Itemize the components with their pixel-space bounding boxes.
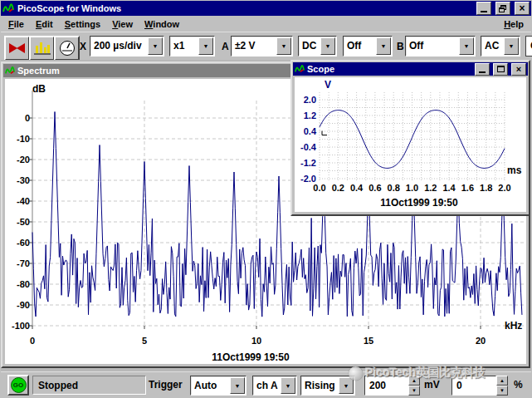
svg-text:-40: -40 <box>17 196 30 206</box>
svg-text:-1.2: -1.2 <box>300 158 316 168</box>
minimize-icon <box>479 71 486 73</box>
dropdown-arrow-icon: ▼ <box>230 377 245 394</box>
close-button[interactable]: × <box>515 2 530 15</box>
scope-close-button[interactable]: × <box>511 63 526 76</box>
trigger-channel-select[interactable]: ch A ▼ <box>252 376 297 396</box>
svg-text:kHz: kHz <box>505 320 522 332</box>
statusbar: GO Stopped Trigger Auto ▼ ch A ▼ Rising … <box>1 371 531 397</box>
app-icon[interactable] <box>2 2 14 14</box>
svg-text:dB: dB <box>32 83 46 95</box>
svg-text:0.4: 0.4 <box>304 126 317 136</box>
dropdown-arrow-icon: ▼ <box>276 37 291 55</box>
svg-text:2.0: 2.0 <box>498 183 510 193</box>
svg-text:0: 0 <box>25 113 30 123</box>
svg-text:15: 15 <box>364 336 373 346</box>
svg-text:V: V <box>325 79 331 91</box>
svg-text:11Oct1999 19:50: 11Oct1999 19:50 <box>212 351 290 363</box>
close-icon: × <box>519 4 525 12</box>
spinner-up-icon[interactable]: ▲ <box>496 376 508 386</box>
scope-view-button[interactable] <box>4 36 30 61</box>
svg-text:-80: -80 <box>17 279 30 289</box>
svg-text:10: 10 <box>251 336 261 346</box>
dropdown-arrow-icon: ▼ <box>459 37 474 55</box>
meter-view-button[interactable] <box>54 36 80 61</box>
minimize-icon <box>481 11 487 12</box>
status-field: Stopped <box>32 376 146 395</box>
dropdown-arrow-icon: ▼ <box>339 377 354 394</box>
svg-text:1.2: 1.2 <box>304 111 316 120</box>
trigger-mode-select[interactable]: Auto ▼ <box>190 376 246 396</box>
go-icon: GO <box>11 377 27 393</box>
pre-trigger-unit-label: % <box>514 379 523 391</box>
trigger-threshold-input[interactable]: 200 <box>364 376 408 396</box>
pre-trigger-input[interactable]: 0 <box>451 376 496 396</box>
svg-text:ms: ms <box>507 165 522 176</box>
svg-text:1.6: 1.6 <box>461 183 474 193</box>
spectrum-view-button[interactable] <box>29 36 55 61</box>
channel-b-option-field[interactable]: Off <box>525 36 532 57</box>
pre-trigger-spinner: ▲ ▼ <box>496 376 508 396</box>
spectrum-view-icon <box>34 41 51 56</box>
svg-text:-90: -90 <box>17 300 30 310</box>
svg-text:1.8: 1.8 <box>480 183 492 193</box>
scope-minimize-button[interactable] <box>475 63 490 76</box>
spectrum-window-icon <box>5 66 15 76</box>
svg-text:-10: -10 <box>17 134 30 144</box>
threshold-unit-label: mV <box>424 379 440 391</box>
window-title: PicoScope for Windows <box>17 3 472 13</box>
svg-text:1.2: 1.2 <box>424 183 437 193</box>
trigger-edge-select[interactable]: Rising ▼ <box>300 376 355 396</box>
menu-settings[interactable]: Settings <box>59 17 106 31</box>
channel-a-range-select[interactable]: ±2 V ▼ <box>231 36 293 57</box>
scope-titlebar[interactable]: Scope × <box>293 62 528 76</box>
channel-a-option-select[interactable]: Off ▼ <box>343 36 393 57</box>
channel-a-coupling-select[interactable]: DC ▼ <box>298 36 337 57</box>
scope-maximize-button[interactable] <box>493 63 508 76</box>
minimize-button[interactable] <box>476 2 491 15</box>
scope-chart: V2.01.20.4-0.4-1.2-2.00.00.20.40.60.81.0… <box>295 77 526 212</box>
svg-text:5: 5 <box>142 336 147 346</box>
mdi-client-area: Spectrum 0-10-20-30-40-50-60-70-80-90-10… <box>1 60 531 371</box>
menu-help[interactable]: Help <box>498 17 530 31</box>
spinner-up-icon[interactable]: ▲ <box>408 376 420 386</box>
svg-text:-70: -70 <box>17 258 30 268</box>
menu-view[interactable]: View <box>106 17 139 31</box>
restore-button[interactable] <box>495 2 510 15</box>
spinner-down-icon[interactable]: ▼ <box>496 386 508 396</box>
trigger-label: Trigger <box>149 379 183 391</box>
svg-text:0.8: 0.8 <box>388 183 400 193</box>
svg-text:1.4: 1.4 <box>442 183 456 193</box>
svg-text:-50: -50 <box>17 217 30 227</box>
titlebar: PicoScope for Windows × <box>1 1 531 16</box>
channel-b-coupling-select[interactable]: AC ▼ <box>481 36 520 57</box>
channel-b-range-select[interactable]: Off ▼ <box>405 36 476 57</box>
timebase-select[interactable]: 200 µs/div ▼ <box>90 36 164 57</box>
menu-file[interactable]: File <box>2 17 30 31</box>
close-icon: × <box>516 64 521 74</box>
channel-a-label: A <box>222 41 229 52</box>
dropdown-arrow-icon: ▼ <box>376 37 391 55</box>
svg-text:0.2: 0.2 <box>332 183 344 193</box>
menu-window[interactable]: Window <box>139 17 185 31</box>
svg-text:2.0: 2.0 <box>304 95 316 105</box>
dropdown-arrow-icon: ▼ <box>320 37 335 55</box>
dropdown-arrow-icon: ▼ <box>198 37 213 55</box>
multiplier-select[interactable]: x1 ▼ <box>169 36 215 57</box>
spinner-down-icon[interactable]: ▼ <box>408 386 420 396</box>
go-button[interactable]: GO <box>7 375 29 396</box>
scope-window-icon <box>295 64 305 74</box>
menubar: File Edit Settings View Window Help <box>1 16 531 32</box>
menu-edit[interactable]: Edit <box>30 17 59 31</box>
svg-text:0.6: 0.6 <box>368 183 381 193</box>
scope-plot-area: V2.01.20.4-0.4-1.2-2.00.00.20.40.60.81.0… <box>295 77 526 212</box>
trigger-threshold-spinner: ▲ ▼ <box>408 376 420 396</box>
scope-view-icon <box>8 41 26 56</box>
channel-b-label: B <box>397 41 404 52</box>
svg-text:-0.4: -0.4 <box>300 142 317 152</box>
maximize-icon <box>497 66 505 72</box>
toolbar: X 200 µs/div ▼ x1 ▼ A ±2 V ▼ DC ▼ Off ▼ … <box>1 32 531 60</box>
svg-text:0.4: 0.4 <box>350 183 364 193</box>
svg-text:1.0: 1.0 <box>406 183 418 193</box>
svg-text:11Oct1999 19:50: 11Oct1999 19:50 <box>380 197 458 209</box>
dropdown-arrow-icon: ▼ <box>504 37 519 55</box>
